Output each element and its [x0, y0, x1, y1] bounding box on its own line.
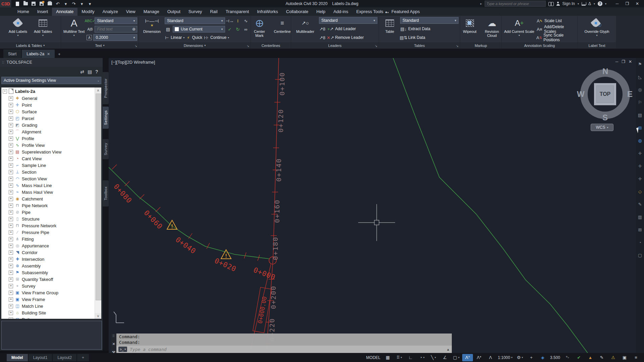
grading-item[interactable]: + ◩ Grading — [1, 122, 101, 128]
superelevation-view-item[interactable]: + ▤ Superelevation View — [1, 148, 101, 155]
intersection-item[interactable]: + ✚ Intersection — [1, 256, 101, 262]
dim-update-icon[interactable]: ↻ — [234, 26, 241, 33]
record-button[interactable]: ●▾ — [385, 9, 389, 15]
osnap-tracking-icon[interactable]: ∠ — [439, 354, 450, 361]
continue-button[interactable]: Continue — [210, 35, 226, 40]
visibility-icon[interactable]: ◎ — [638, 87, 642, 92]
panel-foot-leaders[interactable]: Leaders ↘ — [291, 42, 379, 49]
infraworks-tab[interactable]: InfraWorks — [253, 8, 282, 16]
view-mode-combo[interactable]: Active Drawing Settings View⌄ — [1, 77, 101, 84]
pennant-icon[interactable]: ⚑ — [638, 62, 642, 67]
redo-icon[interactable]: ↷ — [71, 1, 77, 6]
transparent-tab[interactable]: Transparent — [222, 8, 253, 16]
signin-button[interactable]: Sign In — [562, 1, 575, 6]
workspace-gear-icon[interactable]: ⚙ ▾ — [515, 354, 525, 361]
compass-icon[interactable]: ◔ — [639, 240, 641, 245]
rail-item[interactable]: + ⊟ Rail — [1, 316, 101, 319]
sheet-icon[interactable]: ▢ — [638, 253, 642, 258]
view-frame-group-expander[interactable]: + — [9, 291, 13, 295]
multiline-text-button[interactable]: A Multiline Text▾ — [62, 17, 86, 42]
find-replace-icon[interactable]: A|B — [87, 26, 93, 33]
hardware-accel-icon[interactable]: ✎ — [596, 354, 607, 361]
text-height-combo[interactable]: 0.2000▼ — [93, 34, 137, 41]
appurtenance-expander[interactable]: + — [9, 244, 13, 248]
side-tab-settings[interactable]: Settings — [103, 107, 109, 129]
selection-cycling-icon[interactable]: °◦ — [562, 354, 573, 361]
new-file-icon[interactable] — [14, 1, 20, 6]
assembly-item[interactable]: + ⊕ Assembly — [1, 262, 101, 269]
profile-item[interactable]: + ⋁ Profile — [1, 135, 101, 142]
model-space-button[interactable]: MODEL — [365, 354, 382, 361]
leaders-dialog-launcher-icon[interactable]: ↘ — [375, 44, 377, 48]
structure-item[interactable]: + ▯ Structure — [1, 216, 101, 222]
leader-remove-icon[interactable]: ✕↗ — [327, 34, 334, 41]
plus-icon[interactable]: + — [526, 354, 537, 361]
default-lineweight-value[interactable]: 3.500 — [549, 354, 561, 361]
add-labels-button[interactable]: Add Labels▾ — [8, 17, 28, 42]
wcs-menu[interactable]: WCS▾ — [591, 124, 613, 131]
parcel-expander[interactable]: + — [9, 116, 13, 121]
mass-haul-line-expander[interactable]: + — [9, 183, 13, 188]
appstore-caret-icon[interactable]: ▾ — [594, 2, 595, 5]
marker-icon[interactable]: ◇ — [638, 189, 642, 194]
command-grip-icon[interactable]: ⠿ — [112, 334, 115, 338]
window-restore-button[interactable]: ❐ — [623, 0, 632, 7]
point-star-icon[interactable]: ✛ — [638, 151, 642, 156]
fitting-item[interactable]: + ⋔ Fitting — [1, 236, 101, 242]
scroll-down-icon[interactable]: ∨ — [95, 313, 101, 319]
side-tab-toolbox[interactable]: Toolbox — [103, 180, 109, 206]
viewport-restore-icon[interactable]: ❐ — [622, 59, 625, 64]
dim-layer-combo[interactable]: Use Current▼ — [173, 26, 225, 33]
dim-adjust-icon[interactable]: I — [234, 17, 241, 24]
sample-line-item[interactable]: + ⌐ Sample Line — [1, 162, 101, 169]
table-icon[interactable]: ⊞ — [638, 228, 642, 232]
graphics-icon[interactable]: ◈ — [537, 354, 548, 361]
dim-infinity-icon[interactable]: ∞ — [243, 26, 249, 33]
quantity-takeoff-expander[interactable]: + — [9, 277, 13, 282]
extract-data-button[interactable]: Extract Data — [408, 26, 430, 31]
dim-jog-icon[interactable]: ∿ — [243, 17, 249, 24]
panel-foot-labels-tables[interactable]: Labels & Tables▾ — [0, 42, 61, 49]
pipe-network-expander[interactable]: + — [9, 203, 13, 208]
dimension-button[interactable]: ⊢—⊣ ✶ Dimension — [140, 17, 164, 42]
annotate-tab[interactable]: Annotate — [52, 8, 77, 16]
catchment-expander[interactable]: + — [9, 197, 13, 201]
alignment-item[interactable]: + ⌒ Alignment — [1, 128, 101, 135]
layout1-tab[interactable]: Layout1 — [29, 354, 52, 361]
point-expander[interactable]: + — [9, 103, 13, 107]
annotation-scale-icon[interactable]: Λ — [485, 354, 496, 361]
snap-icon[interactable]: ⠿ ▾ — [394, 354, 405, 361]
check-spelling-icon[interactable]: ABC✓ — [87, 17, 93, 24]
new-tab-button[interactable]: + — [55, 51, 63, 58]
profile-view-expander[interactable]: + — [9, 143, 13, 147]
table-style-combo[interactable]: Standard▼ — [400, 17, 459, 24]
sync-scale-positions-button[interactable]: Sync Scale Positions — [543, 33, 576, 42]
command-close-icon[interactable]: ✕ — [112, 342, 115, 346]
sample-line-expander[interactable]: + — [9, 163, 13, 168]
survey-expander[interactable]: + — [9, 284, 13, 288]
pipe-item[interactable]: + ⊘ Pipe — [1, 209, 101, 216]
profile-expander[interactable]: + — [9, 136, 13, 141]
text-style-combo[interactable]: Standard▼ — [95, 17, 137, 24]
command-input[interactable] — [129, 347, 444, 352]
flag-icon[interactable]: ⚐ — [638, 100, 642, 105]
profile-view-item[interactable]: + ∿ Profile View — [1, 142, 101, 148]
infocenter-collapse-icon[interactable]: ▸ — [480, 2, 482, 5]
window-close-button[interactable]: ✕ — [633, 0, 642, 7]
side-tab-survey[interactable]: Survey — [103, 139, 109, 159]
help-icon[interactable]: ? — [95, 69, 98, 74]
pen-warning-icon[interactable]: ⚠ — [608, 354, 619, 361]
tables-dialog-launcher-icon[interactable]: ↘ — [456, 44, 459, 48]
surface-expander[interactable]: + — [9, 110, 13, 114]
new-layout-button[interactable]: + — [77, 354, 89, 361]
mass-haul-view-item[interactable]: + ≈ Mass Haul View — [1, 189, 101, 195]
drawing-canvas[interactable]: 0+000.00 0+100 0+120 0+140 0+160 0+180 0… — [109, 58, 644, 353]
find-go-icon[interactable]: ⊛ — [132, 27, 137, 32]
intersection-expander[interactable]: + — [9, 257, 13, 261]
pressure-pipe-item[interactable]: + ∕ Pressure Pipe — [1, 229, 101, 236]
cant-view-item[interactable]: + ◔ Cant View — [1, 155, 101, 162]
view-frame-item[interactable]: + ▣ View Frame — [1, 296, 101, 303]
annotation-visibility-icon[interactable]: Λ° — [462, 354, 473, 361]
superelevation-view-expander[interactable]: + — [9, 150, 13, 154]
viewport-minimize-icon[interactable]: ─ — [615, 59, 619, 64]
